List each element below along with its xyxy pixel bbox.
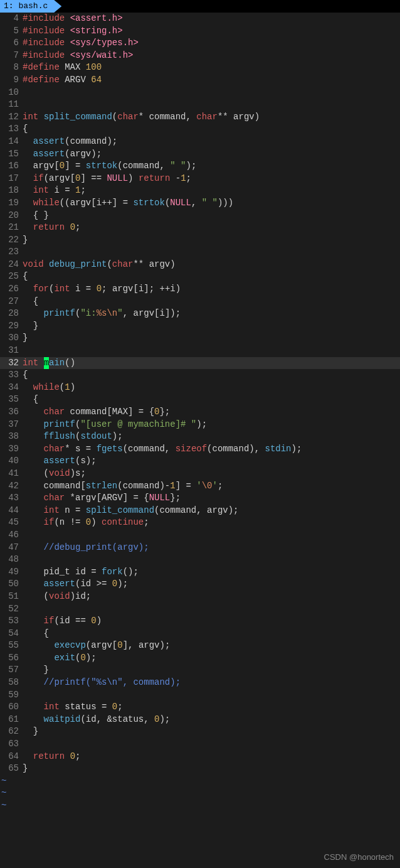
code-line[interactable]: 34 while(1) <box>0 382 400 394</box>
code-line[interactable]: 58 //printf("%s\n", command); <box>0 677 400 689</box>
code-line[interactable]: 5#include <string.h> <box>0 25 400 38</box>
code-line[interactable]: 42 command[strlen(command)-1] = '\0'; <box>0 480 400 493</box>
code-line[interactable]: 54 { <box>0 628 400 640</box>
code-content: { <box>21 369 28 382</box>
code-content <box>21 689 23 702</box>
code-line[interactable]: 55 execvp(argv[0], argv); <box>0 640 400 652</box>
code-line[interactable]: 36 char command[MAX] = {0}; <box>0 406 400 419</box>
code-content: fflush(stdout); <box>21 431 123 443</box>
code-line[interactable]: 37 printf("[user @ mymachine]# "); <box>0 419 400 431</box>
code-line[interactable]: 23 <box>0 246 400 259</box>
code-line[interactable]: 49 pid_t id = fork(); <box>0 566 400 579</box>
code-content: int status = 0; <box>21 701 123 714</box>
code-line[interactable]: 14 assert(command); <box>0 136 400 148</box>
code-content <box>21 738 23 751</box>
code-line[interactable]: 63 <box>0 738 400 751</box>
code-line[interactable]: 61 waitpid(id, &status, 0); <box>0 714 400 726</box>
code-line[interactable]: 20 { } <box>0 210 400 222</box>
code-line[interactable]: 6#include <sys/types.h> <box>0 37 400 50</box>
code-content: } <box>21 320 38 333</box>
code-line[interactable]: 64 return 0; <box>0 751 400 763</box>
code-line[interactable]: 53 if(id == 0) <box>0 615 400 628</box>
code-content: (void)s; <box>21 468 86 480</box>
code-line[interactable]: 50 assert(id >= 0); <box>0 578 400 591</box>
code-line[interactable]: 28 printf("i:%s\n", argv[i]); <box>0 308 400 320</box>
empty-line-tilde: ~ <box>0 787 400 800</box>
code-line[interactable]: 60 int status = 0; <box>0 701 400 714</box>
code-line[interactable]: 43 char *argv[ARGV] = {NULL}; <box>0 492 400 505</box>
line-number: 22 <box>0 234 21 247</box>
code-content <box>21 87 23 99</box>
code-line[interactable]: 11 <box>0 99 400 111</box>
line-number: 32 <box>0 357 21 370</box>
code-line[interactable]: 45 if(n != 0) continue; <box>0 517 400 529</box>
line-number: 35 <box>0 394 21 406</box>
code-line[interactable]: 39 char* s = fgets(command, sizeof(comma… <box>0 443 400 456</box>
code-content: for(int i = 0; argv[i]; ++i) <box>21 283 181 296</box>
code-line[interactable]: 15 assert(argv); <box>0 148 400 161</box>
code-line[interactable]: 10 <box>0 87 400 99</box>
code-line[interactable]: 65} <box>0 763 400 775</box>
code-content: { <box>21 296 38 308</box>
code-line[interactable]: 62 } <box>0 726 400 738</box>
code-content <box>21 603 23 616</box>
code-line[interactable]: 25{ <box>0 271 400 283</box>
code-content: } <box>21 726 38 738</box>
code-line[interactable]: 33{ <box>0 369 400 382</box>
code-content: if(argv[0] == NULL) return -1; <box>21 173 191 185</box>
code-line[interactable]: 13{ <box>0 123 400 136</box>
code-line[interactable]: 8#define MAX 100 <box>0 62 400 74</box>
code-line[interactable]: 48 <box>0 554 400 566</box>
code-content: printf("[user @ mymachine]# "); <box>21 419 207 431</box>
line-number: 57 <box>0 664 21 677</box>
code-line[interactable]: 7#include <sys/wait.h> <box>0 50 400 62</box>
code-line[interactable]: 47 //debug_print(argv); <box>0 542 400 554</box>
code-line[interactable]: 57 } <box>0 664 400 677</box>
code-line[interactable]: 35 { <box>0 394 400 406</box>
code-line[interactable]: 17 if(argv[0] == NULL) return -1; <box>0 173 400 185</box>
code-content: if(id == 0) <box>21 615 102 628</box>
code-content: char *argv[ARGV] = {NULL}; <box>21 492 181 505</box>
code-line[interactable]: 12int split_command(char* command, char*… <box>0 111 400 124</box>
code-line[interactable]: 24void debug_print(char** argv) <box>0 259 400 271</box>
code-line[interactable]: 21 return 0; <box>0 222 400 234</box>
code-line[interactable]: 40 assert(s); <box>0 455 400 468</box>
code-content: int i = 1; <box>21 185 86 197</box>
code-line[interactable]: 56 exit(0); <box>0 652 400 665</box>
line-number: 36 <box>0 406 21 419</box>
code-line[interactable]: 59 <box>0 689 400 702</box>
tab-index: 1 <box>4 1 9 11</box>
line-number: 23 <box>0 246 21 259</box>
code-line[interactable]: 31 <box>0 345 400 357</box>
code-line[interactable]: 51 (void)id; <box>0 591 400 603</box>
code-line[interactable]: 22} <box>0 234 400 247</box>
code-line[interactable]: 29 } <box>0 320 400 333</box>
code-line[interactable]: 9#define ARGV 64 <box>0 74 400 87</box>
line-number: 65 <box>0 763 21 775</box>
code-line[interactable]: 38 fflush(stdout); <box>0 431 400 443</box>
code-line[interactable]: 27 { <box>0 296 400 308</box>
line-number: 60 <box>0 701 21 714</box>
empty-line-tilde: ~ <box>0 800 400 812</box>
code-line[interactable]: 32int main() <box>0 357 400 370</box>
code-content: #define ARGV 64 <box>21 74 102 87</box>
code-line[interactable]: 46 <box>0 529 400 542</box>
code-content: return 0; <box>21 222 80 234</box>
line-number: 50 <box>0 578 21 591</box>
code-line[interactable]: 44 int n = split_command(command, argv); <box>0 505 400 517</box>
code-line[interactable]: 41 (void)s; <box>0 468 400 480</box>
code-line[interactable]: 16 argv[0] = strtok(command, " "); <box>0 160 400 173</box>
line-number: 19 <box>0 197 21 210</box>
cursor: m <box>44 357 49 370</box>
tab-active[interactable]: 1: bash.c <box>0 0 61 13</box>
code-line[interactable]: 4#include <assert.h> <box>0 13 400 25</box>
code-line[interactable]: 18 int i = 1; <box>0 185 400 197</box>
code-content: #include <string.h> <box>21 25 123 38</box>
code-editor[interactable]: 4#include <assert.h>5#include <string.h>… <box>0 13 400 812</box>
code-content: { <box>21 123 28 136</box>
code-line[interactable]: 26 for(int i = 0; argv[i]; ++i) <box>0 283 400 296</box>
code-content: argv[0] = strtok(command, " "); <box>21 160 196 173</box>
code-line[interactable]: 30} <box>0 332 400 345</box>
code-line[interactable]: 19 while((argv[i++] = strtok(NULL, " "))… <box>0 197 400 210</box>
code-line[interactable]: 52 <box>0 603 400 616</box>
